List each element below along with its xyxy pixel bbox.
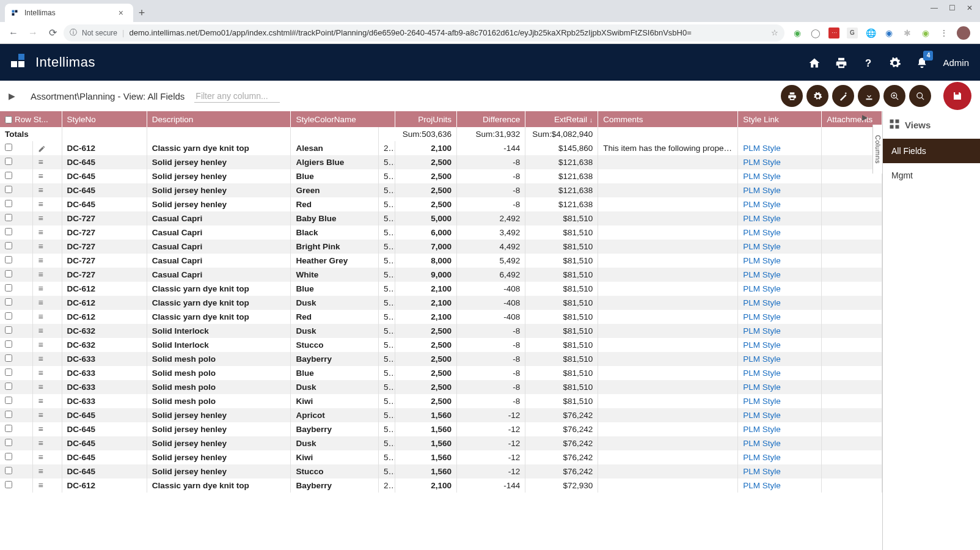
nav-back-button[interactable]: ← bbox=[5, 24, 22, 42]
cell-styleno[interactable]: DC-727 bbox=[62, 254, 147, 268]
table-row[interactable]: ≡ DC-727 Casual Capri Baby Blue 508 5,00… bbox=[0, 211, 882, 226]
cell-projunits[interactable]: 2,500 bbox=[395, 324, 457, 338]
col-header-comments[interactable]: Comments bbox=[598, 111, 738, 127]
cell-comments[interactable] bbox=[598, 464, 738, 479]
address-bar[interactable]: ⓘ Not secure | demo.intellimas.net/Demo0… bbox=[64, 24, 784, 42]
table-row[interactable]: ≡ DC-645 Solid jersey henley Apricot 572… bbox=[0, 408, 882, 422]
cell-attachments[interactable] bbox=[822, 226, 882, 240]
cell-projunits[interactable]: 2,500 bbox=[395, 155, 457, 169]
cell-projunits[interactable]: 2,500 bbox=[395, 197, 457, 211]
plm-style-link[interactable]: PLM Style bbox=[743, 397, 781, 406]
cell-comments[interactable] bbox=[598, 226, 738, 240]
cell-stylecolor[interactable]: Alesan bbox=[291, 141, 379, 155]
cell-projunits[interactable]: 2,500 bbox=[395, 169, 457, 183]
cell-comments[interactable] bbox=[598, 324, 738, 338]
table-row[interactable]: ≡ DC-612 Classic yarn dye knit top Baybe… bbox=[0, 479, 882, 493]
cell-description[interactable]: Casual Capri bbox=[147, 254, 291, 268]
table-row[interactable]: ≡ DC-633 Solid mesh polo Blue 508 2,500 … bbox=[0, 366, 882, 380]
cell-description[interactable]: Solid jersey henley bbox=[147, 408, 291, 422]
cell-difference[interactable]: -8 bbox=[457, 394, 525, 408]
cell-description[interactable]: Classic yarn dye knit top bbox=[147, 141, 291, 155]
cell-ann[interactable]: 572 bbox=[379, 464, 395, 479]
cell-extretail[interactable]: $81,510 bbox=[525, 296, 598, 310]
cell-attachments[interactable] bbox=[822, 183, 882, 197]
cell-styleno[interactable]: DC-645 bbox=[62, 197, 147, 211]
row-checkbox[interactable] bbox=[5, 158, 12, 165]
row-checkbox[interactable] bbox=[5, 411, 12, 418]
cell-styleno[interactable]: DC-645 bbox=[62, 169, 147, 183]
row-checkbox[interactable] bbox=[5, 326, 12, 334]
cell-styleno[interactable]: DC-645 bbox=[62, 450, 147, 464]
row-menu-icon[interactable]: ≡ bbox=[38, 214, 43, 223]
plm-style-link[interactable]: PLM Style bbox=[743, 158, 781, 167]
cell-attachments[interactable] bbox=[822, 338, 882, 352]
table-row[interactable]: ≡ DC-645 Solid jersey henley Bayberry 57… bbox=[0, 422, 882, 436]
cell-difference[interactable]: 2,492 bbox=[457, 211, 525, 226]
cell-comments[interactable] bbox=[598, 240, 738, 254]
wand-button[interactable] bbox=[832, 85, 854, 107]
cell-stylecolor[interactable]: Blue bbox=[291, 169, 379, 183]
plm-style-link[interactable]: PLM Style bbox=[743, 270, 781, 279]
cell-styleno[interactable]: DC-727 bbox=[62, 268, 147, 282]
cell-attachments[interactable] bbox=[822, 366, 882, 380]
cell-difference[interactable]: -8 bbox=[457, 197, 525, 211]
cell-styleno[interactable]: DC-612 bbox=[62, 296, 147, 310]
plm-style-link[interactable]: PLM Style bbox=[743, 172, 781, 181]
home-icon[interactable] bbox=[808, 56, 821, 70]
plm-style-link[interactable]: PLM Style bbox=[743, 383, 781, 392]
cell-attachments[interactable] bbox=[822, 352, 882, 366]
cell-attachments[interactable] bbox=[822, 464, 882, 479]
cell-extretail[interactable]: $81,510 bbox=[525, 240, 598, 254]
row-menu-icon[interactable]: ≡ bbox=[38, 439, 43, 448]
cell-ann[interactable]: 508 bbox=[379, 155, 395, 169]
cell-difference[interactable]: -12 bbox=[457, 464, 525, 479]
cell-stylecolor[interactable]: Bayberry bbox=[291, 479, 379, 493]
row-menu-icon[interactable]: ≡ bbox=[38, 284, 43, 293]
cell-styleno[interactable]: DC-633 bbox=[62, 380, 147, 394]
row-checkbox[interactable] bbox=[5, 270, 12, 277]
row-menu-icon[interactable]: ≡ bbox=[38, 340, 43, 350]
plm-style-link[interactable]: PLM Style bbox=[743, 481, 781, 490]
row-menu-icon[interactable]: ≡ bbox=[38, 383, 43, 392]
cell-stylecolor[interactable]: Blue bbox=[291, 366, 379, 380]
cell-comments[interactable] bbox=[598, 450, 738, 464]
table-row[interactable]: ≡ DC-727 Casual Capri White 508 9,000 6,… bbox=[0, 268, 882, 282]
cell-extretail[interactable]: $76,242 bbox=[525, 450, 598, 464]
extension-icon[interactable]: ✱ bbox=[902, 28, 913, 38]
print-icon[interactable] bbox=[835, 56, 847, 70]
cell-styleno[interactable]: DC-727 bbox=[62, 240, 147, 254]
row-menu-icon[interactable]: ≡ bbox=[38, 369, 43, 378]
cell-difference[interactable]: -12 bbox=[457, 408, 525, 422]
row-checkbox[interactable] bbox=[5, 354, 12, 362]
extension-icon[interactable]: ◯ bbox=[810, 28, 821, 38]
expand-sidebar-icon[interactable]: ▶ bbox=[9, 91, 20, 101]
table-row[interactable]: ≡ DC-633 Solid mesh polo Kiwi 508 2,500 … bbox=[0, 394, 882, 408]
table-row[interactable]: ≡ DC-645 Solid jersey henley Blue 508 2,… bbox=[0, 169, 882, 183]
table-row[interactable]: DC-612 Classic yarn dye knit top Alesan … bbox=[0, 141, 882, 155]
cell-extretail[interactable]: $81,510 bbox=[525, 366, 598, 380]
cell-attachments[interactable] bbox=[822, 310, 882, 324]
cell-projunits[interactable]: 5,000 bbox=[395, 211, 457, 226]
cell-stylecolor[interactable]: Bayberry bbox=[291, 422, 379, 436]
cell-styleno[interactable]: DC-633 bbox=[62, 352, 147, 366]
select-all-checkbox[interactable] bbox=[5, 116, 12, 123]
cell-projunits[interactable]: 1,560 bbox=[395, 464, 457, 479]
plm-style-link[interactable]: PLM Style bbox=[743, 144, 781, 153]
row-menu-icon[interactable]: ≡ bbox=[38, 411, 43, 420]
cell-difference[interactable]: -144 bbox=[457, 141, 525, 155]
plm-style-link[interactable]: PLM Style bbox=[743, 467, 781, 476]
cell-styleno[interactable]: DC-645 bbox=[62, 464, 147, 479]
row-menu-icon[interactable]: ≡ bbox=[38, 397, 43, 406]
columns-expand-icon[interactable]: ▶ bbox=[862, 113, 868, 122]
filter-input[interactable] bbox=[194, 90, 280, 103]
cell-stylecolor[interactable]: Stucco bbox=[291, 464, 379, 479]
cell-extretail[interactable]: $76,242 bbox=[525, 436, 598, 450]
cell-attachments[interactable] bbox=[822, 479, 882, 493]
view-item-mgmt[interactable]: Mgmt bbox=[883, 163, 980, 188]
cell-ann[interactable]: 508 bbox=[379, 296, 395, 310]
extension-icon[interactable]: G bbox=[847, 28, 858, 38]
cell-extretail[interactable]: $81,510 bbox=[525, 211, 598, 226]
col-header-stylecolor[interactable]: StyleColorName bbox=[291, 111, 395, 127]
cell-extretail[interactable]: $81,510 bbox=[525, 352, 598, 366]
cell-attachments[interactable] bbox=[822, 408, 882, 422]
